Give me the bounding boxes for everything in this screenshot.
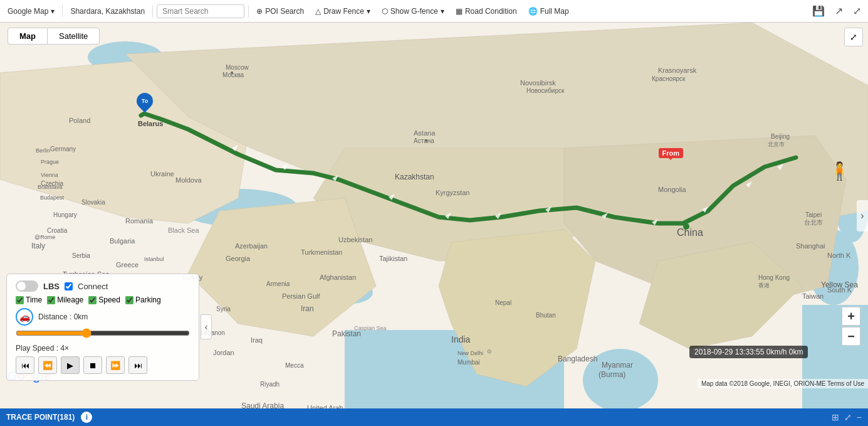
svg-text:Taipei: Taipei: [805, 211, 822, 218]
svg-text:Germany: Germany: [50, 146, 76, 152]
map-container: Poland Ukraine Belarus Germany Czechia S…: [0, 23, 868, 408]
progress-slider-row: [16, 328, 190, 340]
svg-text:Georgia: Georgia: [226, 255, 251, 262]
speed-checkbox[interactable]: [88, 296, 97, 304]
svg-text:China: China: [677, 227, 703, 238]
fast-forward-button[interactable]: ⏩: [106, 356, 125, 374]
map-tab-label: Map: [19, 31, 36, 41]
info-icon-button[interactable]: i: [81, 412, 92, 423]
poi-search-label: POI Search: [265, 7, 304, 16]
svg-text:Saudi Arabia: Saudi Arabia: [241, 402, 284, 408]
mileage-checkbox-item[interactable]: Mileage: [47, 296, 83, 304]
connect-label: Connect: [78, 282, 108, 291]
time-label: Time: [26, 296, 42, 304]
toggle-knob: [17, 282, 26, 290]
mileage-label: Mileage: [57, 296, 83, 304]
svg-text:Turkmenistan: Turkmenistan: [301, 248, 342, 256]
svg-text:Taiwan: Taiwan: [802, 292, 824, 300]
divider-3: [248, 5, 249, 18]
svg-text:Yellow Sea: Yellow Sea: [821, 280, 858, 289]
map-tab-map[interactable]: Map: [8, 28, 47, 45]
svg-point-109: [231, 72, 233, 74]
lbs-toggle[interactable]: [16, 280, 38, 292]
toolbar-right: 💾 ↗ ⤢: [809, 4, 864, 18]
svg-text:Bangladesh: Bangladesh: [558, 354, 597, 363]
time-checkbox[interactable]: [16, 296, 24, 304]
svg-text:Azerbaijan: Azerbaijan: [235, 242, 268, 250]
external-link-icon[interactable]: ↗: [832, 4, 846, 18]
svg-text:Budapest: Budapest: [40, 194, 65, 201]
map-tab-satellite[interactable]: Satellite: [47, 28, 100, 45]
stop-button[interactable]: ⏹: [83, 356, 102, 374]
svg-text:Astana: Astana: [414, 129, 436, 137]
svg-text:United Arab: United Arab: [307, 404, 343, 408]
svg-text:Berlin: Berlin: [36, 147, 50, 154]
google-map-dropdown[interactable]: Google Map ▾: [4, 6, 58, 17]
rewind-button[interactable]: ⏪: [38, 356, 57, 374]
svg-text:北京市: 北京市: [768, 141, 785, 147]
svg-text:Tajikistan: Tajikistan: [379, 255, 407, 262]
draw-fence-icon: △: [315, 7, 321, 16]
mileage-checkbox[interactable]: [47, 296, 55, 304]
svg-text:Астана: Астана: [414, 137, 434, 144]
play-speed-text: Play Speed : 4×: [16, 344, 190, 353]
playback-slider[interactable]: [16, 328, 190, 338]
to-pin-label: To: [142, 98, 148, 104]
smart-search-input[interactable]: [157, 4, 244, 18]
speed-checkbox-item[interactable]: Speed: [88, 296, 120, 304]
svg-text:⊙: ⊙: [487, 348, 492, 354]
svg-text:Serbia: Serbia: [72, 252, 90, 259]
svg-text:(Burma): (Burma): [599, 370, 625, 379]
divider-1: [62, 5, 63, 18]
svg-text:Beijing: Beijing: [771, 133, 790, 140]
svg-text:Mumbai: Mumbai: [458, 359, 480, 366]
time-checkbox-item[interactable]: Time: [16, 296, 42, 304]
fullscreen-icon[interactable]: ⤢: [850, 4, 864, 18]
road-condition-icon: ▦: [456, 7, 463, 16]
road-condition-label: Road Condition: [465, 7, 517, 16]
svg-point-111: [683, 223, 689, 230]
playback-panel: LBS Connect Time Mileage Speed Parking: [6, 274, 199, 381]
panel-collapse-arrow[interactable]: ‹: [201, 314, 212, 339]
zoom-in-button[interactable]: +: [842, 307, 860, 326]
play-button[interactable]: ▶: [61, 356, 80, 374]
checkboxes-row: Time Mileage Speed Parking: [16, 296, 190, 304]
prev-icon: ⏪: [43, 361, 53, 370]
speed-label: Speed: [98, 296, 120, 304]
svg-text:Новосибирск: Новосибирск: [526, 87, 565, 94]
svg-text:Syria: Syria: [216, 306, 231, 312]
draw-fence-button[interactable]: △ Draw Fence ▾: [311, 6, 374, 17]
full-map-button[interactable]: 🌐 Full Map: [525, 6, 573, 17]
save-icon[interactable]: 💾: [809, 4, 828, 18]
svg-text:Moscow: Moscow: [226, 64, 249, 71]
person-icon: 🧍: [829, 161, 850, 181]
skip-to-last-button[interactable]: ⏭: [128, 356, 147, 374]
poi-search-button[interactable]: ⊕ POI Search: [253, 6, 308, 17]
bottom-expand-icon[interactable]: ⤢: [844, 412, 852, 422]
svg-text:Iran: Iran: [301, 304, 314, 313]
svg-text:North K: North K: [827, 252, 851, 259]
parking-checkbox[interactable]: [125, 296, 133, 304]
skip-to-first-button[interactable]: ⏮: [16, 356, 34, 374]
connect-checkbox[interactable]: [65, 282, 73, 290]
chevron-down-icon-3: ▾: [441, 7, 444, 16]
parking-checkbox-item[interactable]: Parking: [125, 296, 161, 304]
zoom-out-button[interactable]: −: [842, 327, 860, 346]
right-panel-arrow[interactable]: ›: [857, 200, 868, 232]
top-toolbar: Google Map ▾ Shardara, Kazakhstan ⊕ POI …: [0, 0, 868, 23]
svg-text:Afghanistan: Afghanistan: [320, 274, 356, 281]
road-condition-button[interactable]: ▦ Road Condition: [452, 6, 521, 17]
show-gfence-button[interactable]: ⬡ Show G-fence ▾: [378, 6, 448, 17]
bottom-layout-icon[interactable]: ⊞: [832, 412, 839, 422]
expand-button[interactable]: ⤢: [844, 28, 863, 46]
svg-text:Mecca: Mecca: [285, 362, 304, 369]
svg-text:New Delhi: New Delhi: [458, 350, 483, 356]
svg-text:Jordan: Jordan: [213, 349, 234, 356]
svg-text:Italy: Italy: [31, 242, 45, 250]
location-display: Shardara, Kazakhstan: [66, 6, 149, 17]
bottom-close-icon[interactable]: −: [857, 412, 862, 422]
chevron-down-icon: ▾: [51, 7, 55, 16]
from-marker: From: [659, 148, 684, 158]
svg-text:Mongolia: Mongolia: [658, 186, 687, 193]
svg-text:Persian Gulf: Persian Gulf: [282, 292, 320, 300]
